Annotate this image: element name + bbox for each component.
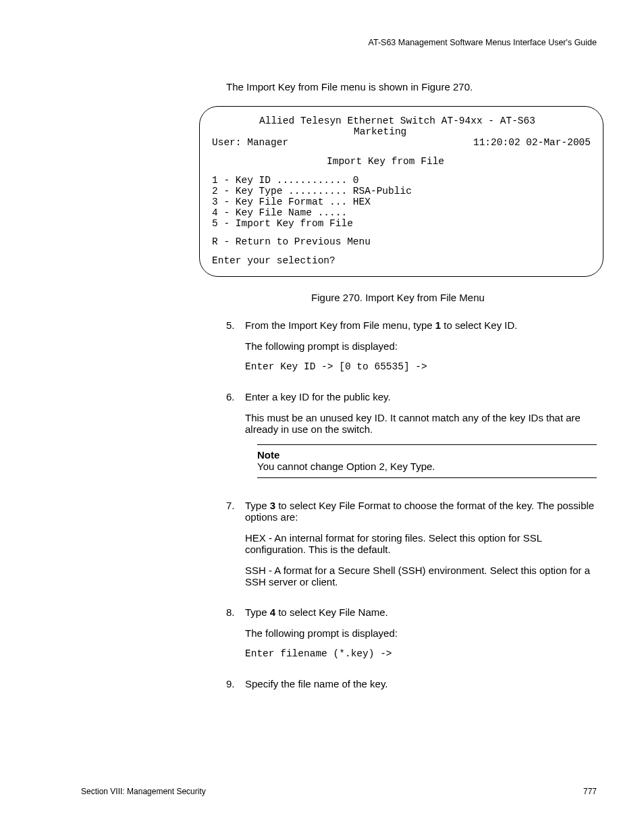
- page-footer: Section VIII: Management Security 777: [81, 787, 597, 796]
- term-title-line1: Allied Telesyn Ethernet Switch AT-94xx -…: [212, 116, 591, 127]
- term-user: User: Manager: [212, 138, 288, 149]
- figure-caption: Figure 270. Import Key from File Menu: [199, 292, 597, 303]
- step-number: 7.: [226, 500, 245, 597]
- footer-page-number: 777: [583, 787, 597, 796]
- step-number: 5.: [226, 319, 245, 382]
- step-number: 9.: [226, 678, 245, 699]
- step7-pre: Type: [245, 500, 270, 511]
- step-number: 8.: [226, 606, 245, 669]
- step6-p1: Enter a key ID for the public key.: [245, 391, 597, 402]
- term-datetime: 11:20:02 02-Mar-2005: [473, 138, 591, 149]
- term-title-line2: Marketing: [212, 127, 591, 138]
- terminal-screen: Allied Telesyn Ethernet Switch AT-94xx -…: [199, 106, 603, 277]
- step5-p2: The following prompt is displayed:: [245, 340, 597, 352]
- note-body: You cannot change Option 2, Key Type.: [257, 461, 597, 472]
- step-8: 8. Type 4 to select Key File Name. The f…: [226, 606, 597, 669]
- step-7: 7. Type 3 to select Key File Format to c…: [226, 500, 597, 597]
- note-box: Note You cannot change Option 2, Key Typ…: [257, 444, 597, 478]
- step6-p2: This must be an unused key ID. It cannot…: [245, 412, 597, 435]
- step-9: 9. Specify the file name of the key.: [226, 678, 597, 699]
- term-option-3: 3 - Key File Format ... HEX: [212, 197, 591, 208]
- term-option-4: 4 - Key File Name .....: [212, 208, 591, 219]
- step-number: 6.: [226, 391, 245, 490]
- term-prompt: Enter your selection?: [212, 256, 591, 267]
- step8-bold: 4: [270, 606, 275, 618]
- term-return: R - Return to Previous Menu: [212, 237, 591, 248]
- page-header: AT-S63 Management Software Menus Interfa…: [81, 38, 597, 47]
- step7-bold: 3: [270, 500, 275, 511]
- step5-pre: From the Import Key from File menu, type: [245, 319, 435, 331]
- step8-pre: Type: [245, 606, 270, 618]
- step-5: 5. From the Import Key from File menu, t…: [226, 319, 597, 382]
- step5-post: to select Key ID.: [441, 319, 517, 331]
- content-block: The Import Key from File menu is shown i…: [226, 81, 597, 699]
- step7-p2: HEX - An internal format for storing fil…: [245, 532, 597, 555]
- step7-p3: SSH - A format for a Secure Shell (SSH) …: [245, 565, 597, 588]
- term-option-5: 5 - Import Key from File: [212, 219, 591, 230]
- step8-p2: The following prompt is displayed:: [245, 627, 597, 639]
- step5-bold: 1: [435, 319, 441, 331]
- term-option-1: 1 - Key ID ............ 0: [212, 176, 591, 186]
- footer-section: Section VIII: Management Security: [81, 787, 206, 796]
- step5-code: Enter Key ID -> [0 to 65535] ->: [245, 361, 597, 372]
- step8-code: Enter filename (*.key) ->: [245, 648, 597, 659]
- note-title: Note: [257, 449, 597, 461]
- intro-text: The Import Key from File menu is shown i…: [226, 81, 597, 93]
- step7-post: to select Key File Format to choose the …: [245, 500, 594, 523]
- page: AT-S63 Management Software Menus Interfa…: [0, 0, 644, 834]
- term-option-2: 2 - Key Type .......... RSA-Public: [212, 186, 591, 197]
- step9-p1: Specify the file name of the key.: [245, 678, 597, 689]
- step8-post: to select Key File Name.: [275, 606, 388, 618]
- step-6: 6. Enter a key ID for the public key. Th…: [226, 391, 597, 490]
- term-menu-title: Import Key from File: [212, 157, 591, 167]
